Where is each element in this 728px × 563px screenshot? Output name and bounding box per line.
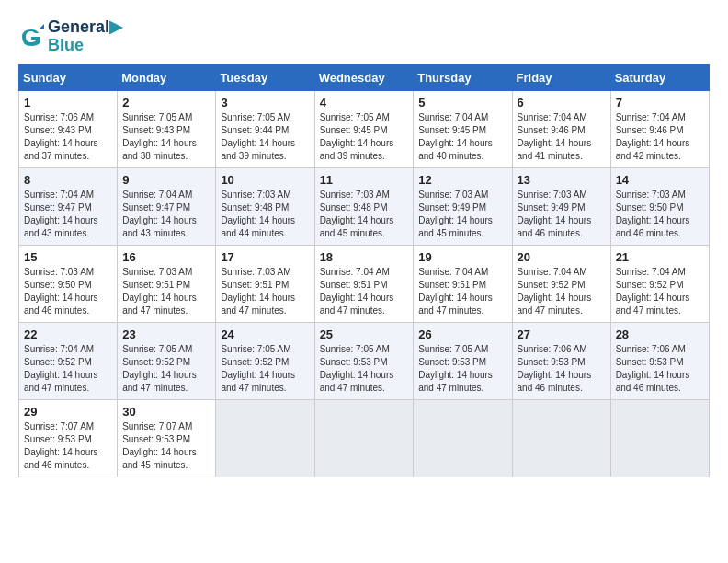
day-number: 17	[221, 250, 309, 264]
day-number: 27	[518, 327, 606, 341]
calendar-cell: 22Sunrise: 7:04 AMSunset: 9:52 PMDayligh…	[19, 322, 118, 399]
day-info: Sunrise: 7:04 AMSunset: 9:45 PMDaylight:…	[418, 111, 506, 163]
calendar-cell: 4Sunrise: 7:05 AMSunset: 9:45 PMDaylight…	[314, 90, 414, 167]
calendar-cell: 3Sunrise: 7:05 AMSunset: 9:44 PMDaylight…	[216, 90, 314, 167]
calendar-table: SundayMondayTuesdayWednesdayThursdayFrid…	[18, 64, 710, 477]
day-number: 28	[616, 327, 704, 341]
day-info: Sunrise: 7:03 AMSunset: 9:49 PMDaylight:…	[418, 189, 506, 240]
day-info: Sunrise: 7:04 AMSunset: 9:47 PMDaylight:…	[122, 189, 210, 240]
day-info: Sunrise: 7:04 AMSunset: 9:51 PMDaylight:…	[320, 266, 409, 317]
day-number: 3	[221, 96, 309, 109]
day-number: 23	[122, 327, 210, 341]
day-number: 24	[221, 327, 309, 341]
day-number: 12	[418, 173, 506, 187]
calendar-cell: 10Sunrise: 7:03 AMSunset: 9:48 PMDayligh…	[216, 167, 314, 245]
day-number: 18	[320, 250, 409, 264]
day-info: Sunrise: 7:04 AMSunset: 9:46 PMDaylight:…	[518, 111, 606, 163]
day-info: Sunrise: 7:03 AMSunset: 9:48 PMDaylight:…	[221, 189, 309, 240]
calendar-cell: 26Sunrise: 7:05 AMSunset: 9:53 PMDayligh…	[414, 322, 512, 399]
calendar-cell	[414, 399, 512, 477]
day-info: Sunrise: 7:05 AMSunset: 9:43 PMDaylight:…	[122, 111, 210, 163]
calendar-cell: 19Sunrise: 7:04 AMSunset: 9:51 PMDayligh…	[414, 245, 512, 322]
calendar-cell: 30Sunrise: 7:07 AMSunset: 9:53 PMDayligh…	[118, 399, 216, 477]
day-number: 16	[122, 250, 210, 264]
day-info: Sunrise: 7:03 AMSunset: 9:50 PMDaylight:…	[616, 189, 704, 240]
day-info: Sunrise: 7:04 AMSunset: 9:51 PMDaylight:…	[418, 266, 506, 317]
day-info: Sunrise: 7:05 AMSunset: 9:45 PMDaylight:…	[320, 111, 409, 163]
weekday-header-friday: Friday	[512, 64, 610, 90]
day-number: 5	[418, 96, 506, 109]
logo-text: General▶ Blue	[48, 18, 122, 55]
calendar-week-row: 8Sunrise: 7:04 AMSunset: 9:47 PMDaylight…	[19, 167, 710, 245]
calendar-cell: 1Sunrise: 7:06 AMSunset: 9:43 PMDaylight…	[19, 90, 118, 167]
weekday-header-thursday: Thursday	[414, 64, 512, 90]
weekday-header-tuesday: Tuesday	[216, 64, 314, 90]
weekday-header-row: SundayMondayTuesdayWednesdayThursdayFrid…	[19, 64, 710, 90]
calendar-cell: 11Sunrise: 7:03 AMSunset: 9:48 PMDayligh…	[314, 167, 414, 245]
day-number: 7	[616, 96, 704, 109]
day-number: 29	[24, 405, 112, 419]
day-info: Sunrise: 7:03 AMSunset: 9:51 PMDaylight:…	[122, 266, 210, 317]
day-info: Sunrise: 7:03 AMSunset: 9:49 PMDaylight:…	[518, 189, 606, 240]
calendar-cell: 25Sunrise: 7:05 AMSunset: 9:53 PMDayligh…	[314, 322, 414, 399]
day-info: Sunrise: 7:07 AMSunset: 9:53 PMDaylight:…	[122, 420, 210, 472]
calendar-cell: 5Sunrise: 7:04 AMSunset: 9:45 PMDaylight…	[414, 90, 512, 167]
calendar-cell	[216, 399, 314, 477]
day-info: Sunrise: 7:05 AMSunset: 9:44 PMDaylight:…	[221, 111, 309, 163]
calendar-cell: 29Sunrise: 7:07 AMSunset: 9:53 PMDayligh…	[19, 399, 118, 477]
day-info: Sunrise: 7:04 AMSunset: 9:52 PMDaylight:…	[518, 266, 606, 317]
day-info: Sunrise: 7:04 AMSunset: 9:52 PMDaylight:…	[616, 266, 704, 317]
day-number: 15	[24, 250, 112, 264]
calendar-cell: 28Sunrise: 7:06 AMSunset: 9:53 PMDayligh…	[610, 322, 709, 399]
day-info: Sunrise: 7:03 AMSunset: 9:48 PMDaylight:…	[320, 189, 409, 240]
calendar-cell: 13Sunrise: 7:03 AMSunset: 9:49 PMDayligh…	[512, 167, 610, 245]
day-number: 4	[320, 96, 409, 109]
logo: General▶ Blue	[18, 18, 122, 55]
calendar-cell: 8Sunrise: 7:04 AMSunset: 9:47 PMDaylight…	[19, 167, 118, 245]
day-number: 11	[320, 173, 409, 187]
day-info: Sunrise: 7:05 AMSunset: 9:53 PMDaylight:…	[320, 343, 409, 395]
day-number: 2	[122, 96, 210, 109]
day-info: Sunrise: 7:05 AMSunset: 9:53 PMDaylight:…	[418, 343, 506, 395]
calendar-cell: 27Sunrise: 7:06 AMSunset: 9:53 PMDayligh…	[512, 322, 610, 399]
day-info: Sunrise: 7:06 AMSunset: 9:53 PMDaylight:…	[616, 343, 704, 395]
day-info: Sunrise: 7:05 AMSunset: 9:52 PMDaylight:…	[122, 343, 210, 395]
calendar-cell: 2Sunrise: 7:05 AMSunset: 9:43 PMDaylight…	[118, 90, 216, 167]
day-number: 8	[24, 173, 112, 187]
day-number: 21	[616, 250, 704, 264]
day-number: 22	[24, 327, 112, 341]
page-header: General▶ Blue	[18, 18, 710, 55]
day-number: 19	[418, 250, 506, 264]
calendar-cell	[314, 399, 414, 477]
calendar-cell: 24Sunrise: 7:05 AMSunset: 9:52 PMDayligh…	[216, 322, 314, 399]
calendar-week-row: 29Sunrise: 7:07 AMSunset: 9:53 PMDayligh…	[19, 399, 710, 477]
day-info: Sunrise: 7:05 AMSunset: 9:52 PMDaylight:…	[221, 343, 309, 395]
calendar-cell: 20Sunrise: 7:04 AMSunset: 9:52 PMDayligh…	[512, 245, 610, 322]
weekday-header-monday: Monday	[118, 64, 216, 90]
calendar-cell: 12Sunrise: 7:03 AMSunset: 9:49 PMDayligh…	[414, 167, 512, 245]
calendar-cell	[512, 399, 610, 477]
day-info: Sunrise: 7:04 AMSunset: 9:46 PMDaylight:…	[616, 111, 704, 163]
day-number: 30	[122, 405, 210, 419]
day-number: 14	[616, 173, 704, 187]
day-number: 9	[122, 173, 210, 187]
calendar-cell: 17Sunrise: 7:03 AMSunset: 9:51 PMDayligh…	[216, 245, 314, 322]
day-info: Sunrise: 7:04 AMSunset: 9:52 PMDaylight:…	[24, 343, 112, 395]
calendar-cell: 6Sunrise: 7:04 AMSunset: 9:46 PMDaylight…	[512, 90, 610, 167]
day-info: Sunrise: 7:06 AMSunset: 9:43 PMDaylight:…	[24, 111, 112, 163]
calendar-cell: 14Sunrise: 7:03 AMSunset: 9:50 PMDayligh…	[610, 167, 709, 245]
calendar-cell: 16Sunrise: 7:03 AMSunset: 9:51 PMDayligh…	[118, 245, 216, 322]
calendar-cell	[610, 399, 709, 477]
day-number: 25	[320, 327, 409, 341]
day-info: Sunrise: 7:03 AMSunset: 9:51 PMDaylight:…	[221, 266, 309, 317]
weekday-header-sunday: Sunday	[19, 64, 118, 90]
day-number: 6	[518, 96, 606, 109]
calendar-cell: 23Sunrise: 7:05 AMSunset: 9:52 PMDayligh…	[118, 322, 216, 399]
calendar-week-row: 15Sunrise: 7:03 AMSunset: 9:50 PMDayligh…	[19, 245, 710, 322]
day-number: 20	[518, 250, 606, 264]
calendar-cell: 7Sunrise: 7:04 AMSunset: 9:46 PMDaylight…	[610, 90, 709, 167]
day-info: Sunrise: 7:04 AMSunset: 9:47 PMDaylight:…	[24, 189, 112, 240]
day-info: Sunrise: 7:06 AMSunset: 9:53 PMDaylight:…	[518, 343, 606, 395]
calendar-week-row: 22Sunrise: 7:04 AMSunset: 9:52 PMDayligh…	[19, 322, 710, 399]
logo-icon	[18, 24, 44, 50]
